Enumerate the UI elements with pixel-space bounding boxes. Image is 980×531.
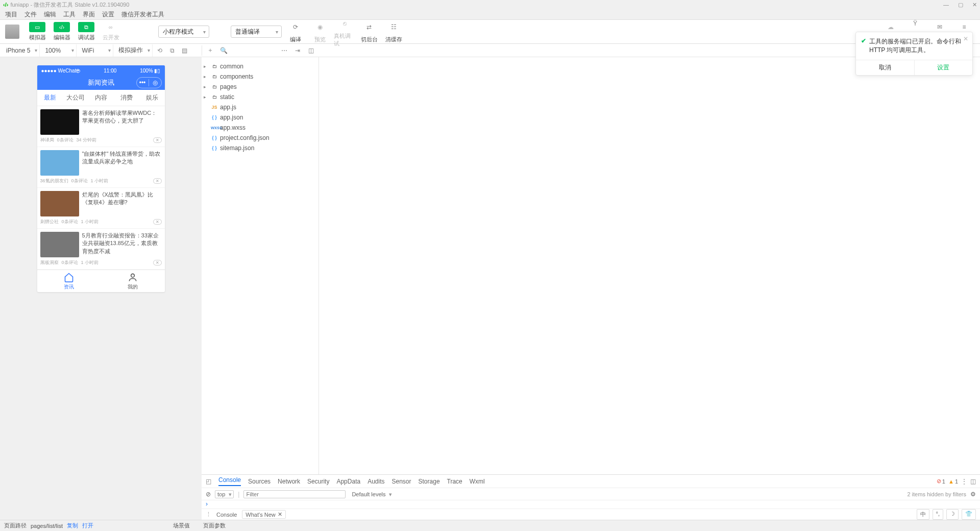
clear-console-icon[interactable]: ⊘ [206, 491, 211, 498]
news-tab-company[interactable]: 大公司 [63, 93, 88, 102]
network-select[interactable]: WiFi [79, 44, 113, 57]
news-list[interactable]: 著名分析师解读苹果WWDC：苹果更有信心，更大胆了 神译局0条评论34 分钟前✕… [37, 106, 165, 270]
close-icon[interactable]: ✕ [278, 511, 282, 518]
zoom-select[interactable]: 100% [42, 44, 77, 57]
console-context-select[interactable]: top [215, 490, 234, 498]
news-dismiss-icon[interactable]: ✕ [153, 219, 162, 225]
ime-zh-button[interactable]: 中 [917, 509, 929, 520]
user-avatar[interactable] [5, 25, 19, 39]
ime-punct-button[interactable]: °, [933, 509, 943, 520]
hidden-items-label[interactable]: 2 items hidden by filters [907, 491, 966, 497]
notification-close-icon[interactable]: ✕ [963, 35, 968, 42]
maximize-button[interactable]: ▢ [958, 2, 963, 8]
news-dismiss-icon[interactable]: ✕ [153, 260, 162, 266]
screenshot-icon[interactable]: ⧉ [167, 45, 177, 56]
drawer-tab-whatsnew[interactable]: What's New✕ [242, 510, 285, 519]
split-icon[interactable]: ◫ [306, 45, 316, 56]
capsule-menu-icon[interactable]: ••• [137, 79, 149, 86]
devtools-tab-console[interactable]: Console [218, 476, 241, 486]
file-node[interactable]: { }app.json [202, 112, 318, 123]
devtools-tab-security[interactable]: Security [307, 478, 329, 485]
notification-settings[interactable]: 设置 [914, 60, 973, 75]
status-bar: 页面路径 pages/list/list 复制 打开 场景值 页面参数 [0, 520, 980, 531]
menu-devtools[interactable]: 微信开发者工具 [121, 10, 164, 19]
devtools-more-icon[interactable]: ⋮ [961, 478, 967, 485]
compile-button[interactable]: ⟳编译 [285, 20, 306, 43]
branch-icon: Ÿ [908, 16, 922, 31]
simulator-toggle[interactable]: ▭模拟器 [27, 22, 48, 41]
devtools-tab-network[interactable]: Network [278, 478, 300, 485]
mock-select[interactable]: 模拟操作 [115, 44, 153, 57]
folder-name: static [220, 93, 234, 101]
inspect-icon[interactable]: ◰ [206, 478, 211, 485]
news-item[interactable]: 著名分析师解读苹果WWDC：苹果更有信心，更大胆了 神译局0条评论34 分钟前✕ [37, 106, 165, 147]
ime-moon-icon[interactable]: ☽ [946, 509, 959, 520]
news-time: 1 小时前 [81, 259, 99, 266]
news-tab-latest[interactable]: 最新 [37, 93, 63, 102]
debugger-toggle[interactable]: ⧉调试器 [76, 22, 97, 41]
drawer-tab-console[interactable]: Console [216, 512, 237, 518]
menu-interface[interactable]: 界面 [83, 10, 95, 19]
folder-node[interactable]: ▸🗀pages [202, 82, 318, 92]
news-item[interactable]: "自媒体村" 转战直播带货，助农流量成兵家必争之地 36氪的朋友们0条评论1 小… [37, 147, 165, 188]
console-settings-icon[interactable]: ⚙ [970, 491, 976, 498]
news-dismiss-icon[interactable]: ✕ [153, 137, 162, 143]
editor-toggle[interactable]: ‹/›编辑器 [51, 22, 72, 41]
menu-edit[interactable]: 编辑 [44, 10, 56, 19]
notification-cancel[interactable]: 取消 [856, 60, 914, 75]
folder-node[interactable]: ▸🗀components [202, 71, 318, 82]
devtools-tab-sources[interactable]: Sources [248, 478, 271, 485]
menu-tools[interactable]: 工具 [63, 10, 76, 19]
file-node[interactable]: wxssapp.wxss [202, 123, 318, 133]
folder-node[interactable]: ▸🗀static [202, 92, 318, 102]
drawer-menu-icon[interactable]: ⋮ [206, 511, 211, 518]
devtools-tab-storage[interactable]: Storage [419, 478, 440, 485]
console-body[interactable]: › [202, 500, 980, 509]
tabbar-news[interactable]: 资讯 [37, 270, 101, 292]
tabbar-mine[interactable]: 我的 [101, 270, 165, 292]
ime-shirt-icon[interactable]: 👕 [962, 509, 976, 520]
background-button[interactable]: ⇄切后台 [358, 20, 380, 43]
file-node[interactable]: { }sitemap.json [202, 143, 318, 153]
devtools-dock-icon[interactable]: ◫ [970, 478, 976, 485]
search-icon[interactable]: 🔍 [218, 45, 229, 56]
news-tab-ent[interactable]: 娱乐 [139, 93, 165, 102]
news-tab-consume[interactable]: 消费 [114, 93, 139, 102]
minimize-button[interactable]: — [943, 2, 949, 8]
collapse-icon[interactable]: ⇥ [292, 45, 303, 56]
dock-icon[interactable]: ▤ [179, 45, 189, 56]
rotate-icon[interactable]: ⟲ [155, 45, 165, 56]
program-mode-select[interactable]: 小程序模式 [158, 26, 209, 38]
folder-node[interactable]: ▸🗀common [202, 61, 318, 71]
copy-path-link[interactable]: 复制 [67, 522, 78, 529]
compile-option-select[interactable]: 普通编译 [231, 26, 282, 38]
console-filter-input[interactable] [243, 490, 346, 498]
news-item[interactable]: 5月教育行业融资报告：33家企业共获融资13.85亿元，素质教育热度不减 黑板洞… [37, 229, 165, 270]
menu-file[interactable]: 文件 [24, 10, 37, 19]
devtools-tab-wxml[interactable]: Wxml [470, 478, 485, 485]
news-item[interactable]: 烂尾的《X战警：黑凤凰》比《复联4》差在哪? 刺猬公社0条评论1 小时前✕ [37, 188, 165, 229]
file-node[interactable]: { }project.config.json [202, 133, 318, 143]
open-path-link[interactable]: 打开 [82, 522, 93, 529]
news-tab-content[interactable]: 内容 [88, 93, 114, 102]
clear-cache-button[interactable]: ☷清缓存 [383, 20, 404, 43]
menu-project[interactable]: 项目 [5, 10, 17, 19]
devtools-tab-appdata[interactable]: AppData [336, 478, 360, 485]
cloud-dev-button[interactable]: ∞云开发 [100, 22, 121, 41]
devtools-tab-audits[interactable]: Audits [368, 478, 384, 485]
devtools-tab-sensor[interactable]: Sensor [392, 478, 411, 485]
device-select[interactable]: iPhone 5 [3, 44, 40, 57]
more-icon[interactable]: ⋯ [279, 45, 289, 56]
remote-debug-button[interactable]: ⎋真机调试 [334, 16, 355, 47]
capsule-close-icon[interactable]: ◎ [149, 79, 161, 86]
devtools-tab-trace[interactable]: Trace [447, 478, 462, 485]
warning-badge[interactable]: ▲1 [948, 478, 958, 485]
log-levels-select[interactable]: Default levels [350, 491, 394, 498]
new-file-icon[interactable]: ＋ [205, 45, 215, 56]
menu-settings[interactable]: 设置 [102, 10, 114, 19]
file-node[interactable]: JSapp.js [202, 102, 318, 112]
preview-button[interactable]: ◉预览 [309, 20, 331, 43]
close-button[interactable]: ✕ [972, 2, 977, 8]
error-badge[interactable]: ⊘1 [937, 478, 945, 485]
news-dismiss-icon[interactable]: ✕ [153, 178, 162, 184]
